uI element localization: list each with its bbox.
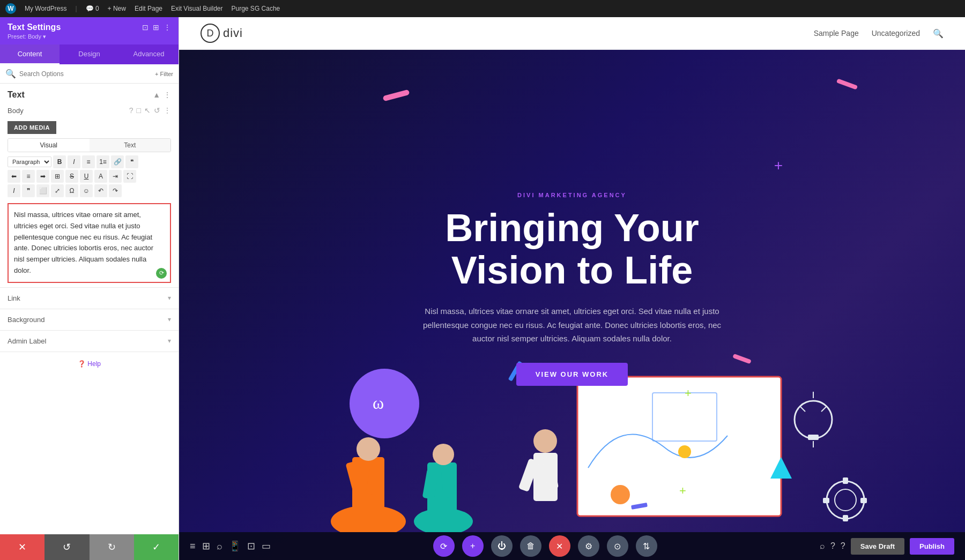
admin-bar-my-wordpress[interactable]: My WordPress xyxy=(25,5,66,12)
device-icon[interactable]: □ xyxy=(137,106,141,115)
ai-icon[interactable]: ⟳ xyxy=(156,268,167,279)
nav-search-icon[interactable]: 🔍 xyxy=(933,28,944,39)
save-draft-button[interactable]: Save Draft xyxy=(851,538,904,555)
add-media-button[interactable]: ADD MEDIA xyxy=(8,121,56,134)
toolbar-search-icon[interactable]: ⌕ xyxy=(217,541,222,552)
toolbar-desktop-icon[interactable]: ⊡ xyxy=(247,540,255,552)
admin-label-section[interactable]: Admin Label ▾ xyxy=(0,330,179,352)
toolbar-clock-button[interactable]: ⊙ xyxy=(607,535,628,557)
italic2-button[interactable]: I xyxy=(8,184,20,197)
underline-button[interactable]: U xyxy=(80,170,93,183)
align-right-button[interactable]: ➡ xyxy=(36,170,49,183)
text-editor-area[interactable]: Nisl massa, ultrices vitae ornare sit am… xyxy=(8,203,171,283)
filter-button[interactable]: + Filter xyxy=(155,71,173,77)
visual-toggle-button[interactable]: Visual xyxy=(8,139,90,152)
emoji-button[interactable]: ☺ xyxy=(80,184,93,197)
nav-uncategorized[interactable]: Uncategorized xyxy=(872,29,920,38)
undo-icon[interactable]: ↺ xyxy=(154,106,160,115)
hero-cta-button[interactable]: VIEW OUR WORK xyxy=(516,363,628,386)
more-options-icon[interactable]: ⋮ xyxy=(164,23,171,32)
svg-text:+: + xyxy=(679,484,686,497)
help-icon[interactable]: ? xyxy=(129,106,133,115)
help-link[interactable]: ❓ Help xyxy=(78,360,101,368)
section-menu-icon[interactable]: ⋮ xyxy=(164,91,171,99)
toolbar-close-button[interactable]: ✕ xyxy=(549,535,570,557)
background-chevron-icon: ▾ xyxy=(168,316,171,323)
admin-bar-edit-page[interactable]: Edit Page xyxy=(135,5,162,12)
blockquote2-button[interactable]: ❞ xyxy=(22,184,35,197)
fullscreen-button[interactable]: ⛶ xyxy=(123,170,136,183)
toolbar-menu-icon[interactable]: ≡ xyxy=(190,541,196,552)
align-full-button[interactable]: ⬜ xyxy=(36,184,49,197)
text-toggle-button[interactable]: Text xyxy=(90,139,171,152)
ul-button[interactable]: ≡ xyxy=(82,155,95,168)
redo2-button[interactable]: ↷ xyxy=(109,184,122,197)
grid-button[interactable]: ⊞ xyxy=(51,170,64,183)
main-area: Text Settings ⊡ ⊞ ⋮ Preset: Body ▾ Conte… xyxy=(0,17,965,560)
toolbar-tablet-icon[interactable]: ▭ xyxy=(262,540,271,552)
admin-bar-comments[interactable]: 💬 0 xyxy=(86,5,99,12)
toolbar-add-button[interactable]: + xyxy=(462,535,484,557)
text-settings-panel: Text Settings ⊡ ⊞ ⋮ Preset: Body ▾ Conte… xyxy=(0,17,179,560)
wp-logo-icon[interactable]: W xyxy=(5,3,16,14)
body-menu-icon[interactable]: ⋮ xyxy=(164,106,171,115)
toolbar-responsive-icon[interactable]: 📱 xyxy=(229,540,241,552)
toolbar-help-icon[interactable]: ? xyxy=(830,541,835,551)
collapse-icon[interactable]: ▲ xyxy=(153,91,160,99)
strikethrough-button[interactable]: S xyxy=(65,170,78,183)
admin-bar-exit-vb[interactable]: Exit Visual Builder xyxy=(171,5,223,12)
toolbar-zoom-icon[interactable]: ⌕ xyxy=(820,541,825,551)
section-header-icons: ▲ ⋮ xyxy=(153,91,171,99)
cancel-button[interactable]: ✕ xyxy=(0,534,44,560)
hero-content: DIVI MARKETING AGENCY Bringing Your Visi… xyxy=(384,192,760,386)
publish-button[interactable]: Publish xyxy=(910,538,954,555)
reset-button[interactable]: ↺ xyxy=(44,534,89,560)
preset-label[interactable]: Preset: Body ▾ xyxy=(8,33,171,40)
focus-mode-icon[interactable]: ⊡ xyxy=(142,23,149,32)
align-center-button[interactable]: ≡ xyxy=(22,170,35,183)
toolbar-history-button[interactable]: ⟳ xyxy=(433,535,455,557)
tab-design[interactable]: Design xyxy=(60,44,119,64)
nav-sample-page[interactable]: Sample Page xyxy=(814,29,859,38)
site-logo: D divi xyxy=(201,24,243,43)
undo2-button[interactable]: ↶ xyxy=(94,184,107,197)
admin-label-chevron-icon: ▾ xyxy=(168,337,171,345)
svg-rect-32 xyxy=(843,515,848,521)
toolbar-trash-button[interactable]: 🗑 xyxy=(520,535,541,557)
omega-button[interactable]: Ω xyxy=(65,184,78,197)
italic-button[interactable]: I xyxy=(68,155,80,168)
logo-text: divi xyxy=(223,26,243,40)
search-input[interactable] xyxy=(19,70,152,78)
tab-content[interactable]: Content xyxy=(0,44,60,64)
cursor-icon[interactable]: ↖ xyxy=(144,106,151,115)
link-section[interactable]: Link ▾ xyxy=(0,287,179,309)
confirm-button[interactable]: ✓ xyxy=(134,534,179,560)
link-button[interactable]: 🔗 xyxy=(111,155,124,168)
hero-section: + DIVI MARKETING AGENCY Bringing Your Vi… xyxy=(179,50,965,560)
layout-icon[interactable]: ⊞ xyxy=(153,23,159,32)
background-section[interactable]: Background ▾ xyxy=(0,309,179,330)
toolbar-power-button[interactable]: ⏻ xyxy=(491,535,513,557)
paragraph-select[interactable]: Paragraph xyxy=(8,156,51,167)
quote-button[interactable]: ❝ xyxy=(125,155,138,168)
panel-tabs: Content Design Advanced xyxy=(0,44,179,64)
toolbar-info-icon[interactable]: ? xyxy=(841,541,845,551)
admin-bar-new[interactable]: + New xyxy=(108,5,126,12)
toolbar-settings-button[interactable]: ⚙ xyxy=(578,535,599,557)
editor-toolbar: Paragraph B I ≡ 1≡ 🔗 ❝ ⬅ ≡ ➡ ⊞ S U A xyxy=(0,155,179,201)
toolbar-layout-icon[interactable]: ⊞ xyxy=(202,540,210,552)
deco-plus-icon: + xyxy=(774,157,783,174)
redo-button[interactable]: ↻ xyxy=(90,534,134,560)
expand-button[interactable]: ⤢ xyxy=(51,184,64,197)
ol-button[interactable]: 1≡ xyxy=(96,155,109,168)
tab-advanced[interactable]: Advanced xyxy=(119,44,179,64)
bold-button[interactable]: B xyxy=(53,155,66,168)
admin-bar-purge-cache[interactable]: Purge SG Cache xyxy=(232,5,280,12)
toolbar-arrows-button[interactable]: ⇅ xyxy=(636,535,657,557)
svg-line-23 xyxy=(821,406,827,412)
body-label: Body xyxy=(8,107,24,115)
svg-rect-33 xyxy=(823,498,829,503)
text-color-button[interactable]: A xyxy=(94,170,107,183)
indent-button[interactable]: ⇥ xyxy=(109,170,122,183)
align-left-button[interactable]: ⬅ xyxy=(8,170,20,183)
